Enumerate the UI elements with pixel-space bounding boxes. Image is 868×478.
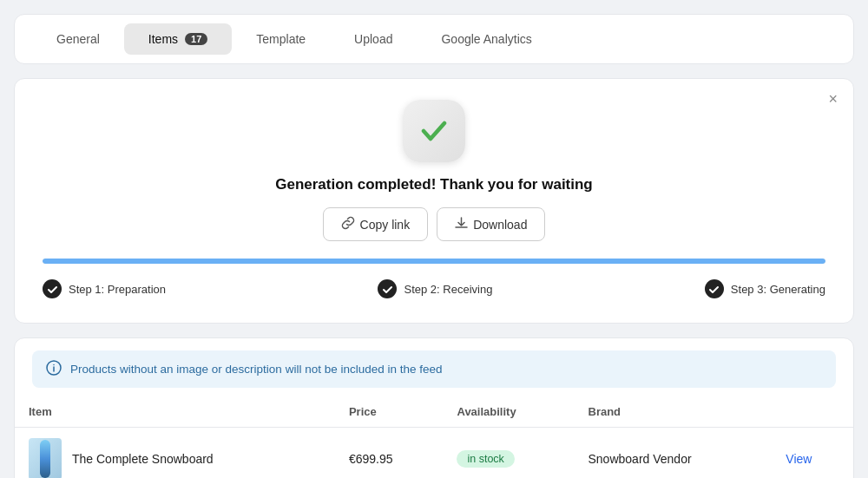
download-button[interactable]: Download bbox=[437, 207, 545, 241]
step-3-check bbox=[705, 279, 724, 298]
step-1-label: Step 1: Preparation bbox=[69, 283, 166, 296]
table-row: The Complete Snowboard €699.95 in stock … bbox=[15, 428, 853, 479]
step-2-label: Step 2: Receiving bbox=[404, 283, 492, 296]
col-item: Item bbox=[15, 396, 335, 428]
steps-row: Step 1: Preparation Step 2: Receiving St… bbox=[43, 279, 825, 298]
product-name-0: The Complete Snowboard bbox=[72, 452, 214, 466]
product-image-0 bbox=[29, 438, 62, 478]
copy-link-button[interactable]: Copy link bbox=[323, 207, 429, 241]
step-2-check bbox=[378, 279, 397, 298]
col-price: Price bbox=[335, 396, 444, 428]
generation-content: × Generation completed! Thank you for wa… bbox=[15, 79, 853, 323]
brand-cell-0: Snowboard Vendor bbox=[575, 428, 773, 479]
generation-card: × Generation completed! Thank you for wa… bbox=[14, 78, 854, 324]
tab-items-badge: 17 bbox=[185, 33, 207, 45]
download-label: Download bbox=[473, 218, 527, 232]
tab-google-analytics-label: Google Analytics bbox=[441, 32, 531, 46]
notice-text: Products without an image or description… bbox=[70, 363, 443, 376]
tab-general-label: General bbox=[56, 32, 100, 46]
table-header: Item Price Availability Brand bbox=[15, 396, 853, 428]
availability-cell-0: in stock bbox=[443, 428, 574, 479]
tab-upload-label: Upload bbox=[354, 32, 392, 46]
items-table: Item Price Availability Brand The Comple… bbox=[15, 396, 853, 478]
notice-wrap: Products without an image or description… bbox=[15, 338, 853, 388]
view-link-0[interactable]: View bbox=[786, 452, 812, 466]
col-brand: Brand bbox=[575, 396, 773, 428]
table-body: The Complete Snowboard €699.95 in stock … bbox=[15, 428, 853, 479]
items-table-card: Products without an image or description… bbox=[14, 337, 854, 478]
check-icon-wrap bbox=[403, 100, 465, 162]
progress-bar bbox=[43, 259, 825, 264]
col-actions bbox=[772, 396, 853, 428]
link-icon bbox=[341, 216, 355, 232]
copy-link-label: Copy link bbox=[360, 218, 411, 232]
check-icon bbox=[417, 113, 451, 150]
info-notice: Products without an image or description… bbox=[32, 350, 836, 388]
step-2: Step 2: Receiving bbox=[378, 279, 492, 298]
svg-point-1 bbox=[53, 364, 55, 366]
download-icon bbox=[455, 217, 468, 232]
close-button[interactable]: × bbox=[828, 91, 838, 107]
tab-template-label: Template bbox=[256, 32, 306, 46]
step-3: Step 3: Generating bbox=[705, 279, 825, 298]
tab-items-label: Items bbox=[148, 32, 178, 46]
tabs-nav: General Items 17 Template Upload Google … bbox=[15, 15, 853, 63]
step-1: Step 1: Preparation bbox=[43, 279, 166, 298]
tab-google-analytics[interactable]: Google Analytics bbox=[417, 23, 556, 55]
price-cell-0: €699.95 bbox=[335, 428, 444, 479]
step-3-label: Step 3: Generating bbox=[731, 283, 825, 296]
generation-title: Generation completed! Thank you for wait… bbox=[43, 176, 825, 193]
col-availability: Availability bbox=[443, 396, 574, 428]
tab-template[interactable]: Template bbox=[232, 23, 330, 55]
tab-general[interactable]: General bbox=[32, 23, 124, 55]
item-cell-0: The Complete Snowboard bbox=[15, 428, 335, 479]
action-buttons: Copy link Download bbox=[43, 207, 825, 241]
step-1-check bbox=[43, 279, 62, 298]
availability-badge-0: in stock bbox=[457, 450, 514, 468]
info-icon bbox=[46, 360, 62, 378]
tabs-card: General Items 17 Template Upload Google … bbox=[14, 14, 854, 64]
progress-fill bbox=[43, 259, 825, 264]
tab-items[interactable]: Items 17 bbox=[124, 23, 232, 55]
view-cell-0: View bbox=[772, 428, 853, 479]
tab-upload[interactable]: Upload bbox=[330, 23, 417, 55]
